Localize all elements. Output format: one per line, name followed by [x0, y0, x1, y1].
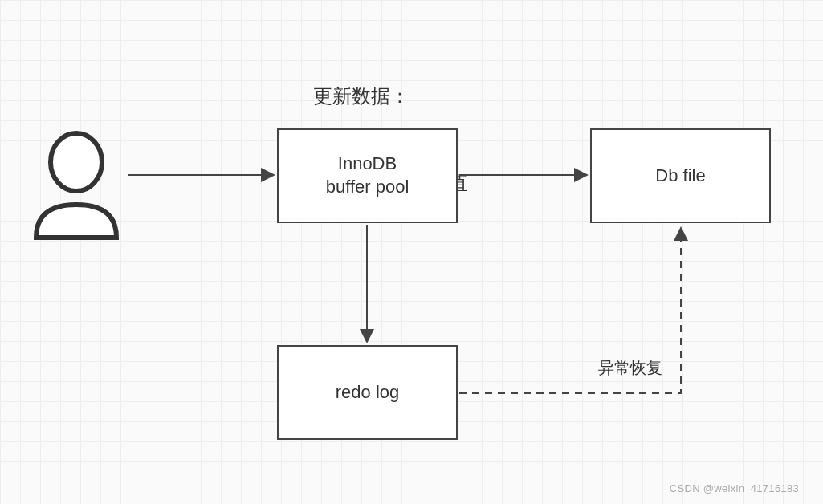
title-line1: 更新数据： [313, 82, 467, 111]
buffer-pool-box: InnoDB buffer pool [277, 128, 458, 223]
redo-log-label: redo log [336, 381, 400, 404]
buffer-pool-label-2: buffer pool [326, 176, 409, 199]
user-icon [28, 128, 124, 241]
diagram-canvas: 更新数据： 先更新内存中的值 InnoDB buffer pool Db fil… [0, 0, 823, 504]
edge-recover-label: 异常恢复 [598, 357, 662, 379]
db-file-label: Db file [655, 165, 705, 188]
redo-log-box: redo log [277, 345, 458, 440]
watermark: CSDN @weixin_41716183 [670, 482, 799, 494]
svg-point-0 [51, 133, 102, 191]
db-file-box: Db file [590, 128, 771, 223]
buffer-pool-label-1: InnoDB [338, 152, 397, 176]
